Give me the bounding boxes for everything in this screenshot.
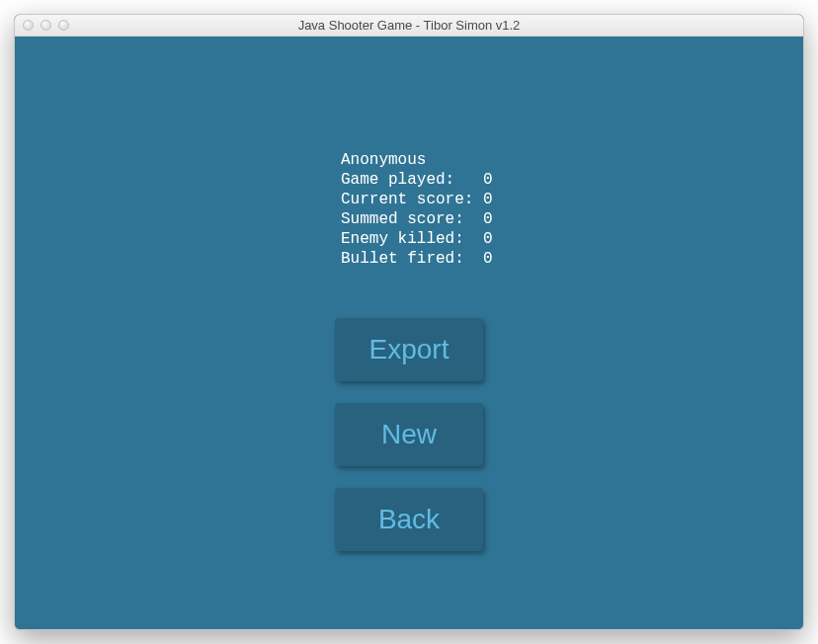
window-title: Java Shooter Game - Tibor Simon v1.2 [15,18,803,33]
back-button[interactable]: Back [335,488,483,551]
window-controls [15,20,69,31]
button-column: Export New Back [335,318,483,551]
game-window: Java Shooter Game - Tibor Simon v1.2 Ano… [14,14,804,630]
close-icon[interactable] [23,20,34,31]
zoom-icon[interactable] [58,20,69,31]
titlebar: Java Shooter Game - Tibor Simon v1.2 [15,15,803,37]
minimize-icon[interactable] [41,20,51,31]
new-button[interactable]: New [335,403,483,466]
export-button[interactable]: Export [335,318,483,381]
content-area: Anonymous Game played: 0 Current score: … [15,37,803,629]
player-stats: Anonymous Game played: 0 Current score: … [341,150,493,269]
